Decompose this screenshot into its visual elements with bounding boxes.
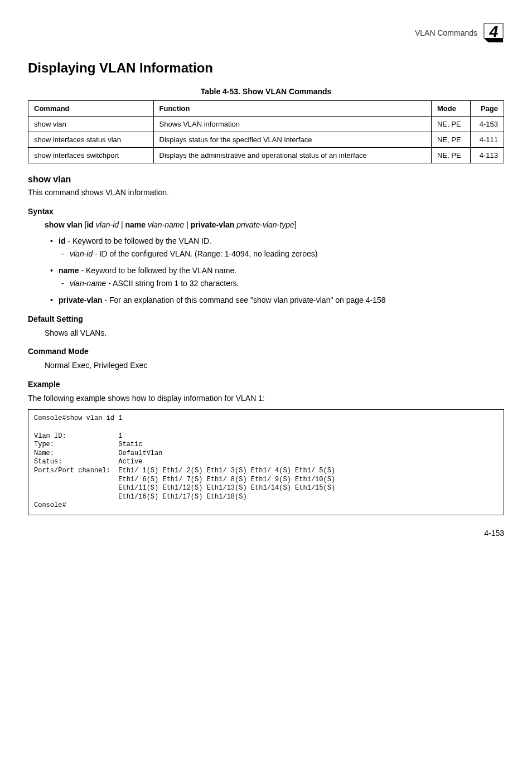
cell-mode: NE, PE [432,132,471,148]
list-item: id - Keyword to be followed by the VLAN … [59,236,504,260]
table-header-row: Command Function Mode Page [28,101,504,117]
cell-func: Shows VLAN information [153,117,431,132]
cell-mode: NE, PE [432,117,471,132]
default-setting-heading: Default Setting [28,315,504,323]
command-desc: This command shows VLAN information. [28,187,504,199]
svg-text:4: 4 [489,22,498,40]
cell-cmd: show interfaces status vlan [28,132,154,148]
header-title: VLAN Commands [415,28,477,37]
cell-mode: NE, PE [432,148,471,163]
sub-list: vlan-id - ID of the configured VLAN. (Ra… [70,249,504,260]
th-command: Command [28,101,154,117]
cell-func: Displays status for the specified VLAN i… [153,132,431,148]
cell-cmd: show interfaces switchport [28,148,154,163]
table-row: show interfaces switchport Displays the … [28,148,504,163]
code-block: Console#show vlan id 1 Vlan ID: 1 Type: … [28,409,504,515]
syntax-list: id - Keyword to be followed by the VLAN … [59,236,504,306]
command-mode-text: Normal Exec, Privileged Exec [45,360,504,371]
example-desc: The following example shows how to displ… [28,393,504,404]
list-item: private-vlan - For an explanation of thi… [59,295,504,306]
cell-cmd: show vlan [28,117,154,132]
cell-page: 4-153 [471,117,504,132]
default-setting-text: Shows all VLANs. [45,328,504,339]
th-mode: Mode [432,101,471,117]
th-page: Page [471,101,504,117]
syntax-heading: Syntax [28,207,504,216]
page-header: VLAN Commands 4 [28,22,504,43]
page-number: 4-153 [484,529,504,538]
sub-list: vlan-name - ASCII string from 1 to 32 ch… [70,278,504,289]
command-heading: show vlan [28,175,504,185]
commands-table: Command Function Mode Page show vlan Sho… [28,100,504,163]
table-row: show interfaces status vlan Displays sta… [28,132,504,148]
page-title: Displaying VLAN Information [28,60,504,76]
table-row: show vlan Shows VLAN information NE, PE … [28,117,504,132]
table-caption: Table 4-53. Show VLAN Commands [28,87,504,96]
th-function: Function [153,101,431,117]
cell-page: 4-113 [471,148,504,163]
example-heading: Example [28,380,504,389]
cell-page: 4-111 [471,132,504,148]
cell-func: Displays the administrative and operatio… [153,148,431,163]
command-mode-heading: Command Mode [28,347,504,356]
syntax-line: show vlan [id vlan-id | name vlan-name |… [45,220,504,229]
chapter-icon: 4 [483,22,504,43]
list-item: vlan-name - ASCII string from 1 to 32 ch… [70,278,504,289]
list-item: name - Keyword to be followed by the VLA… [59,265,504,289]
list-item: vlan-id - ID of the configured VLAN. (Ra… [70,249,504,260]
